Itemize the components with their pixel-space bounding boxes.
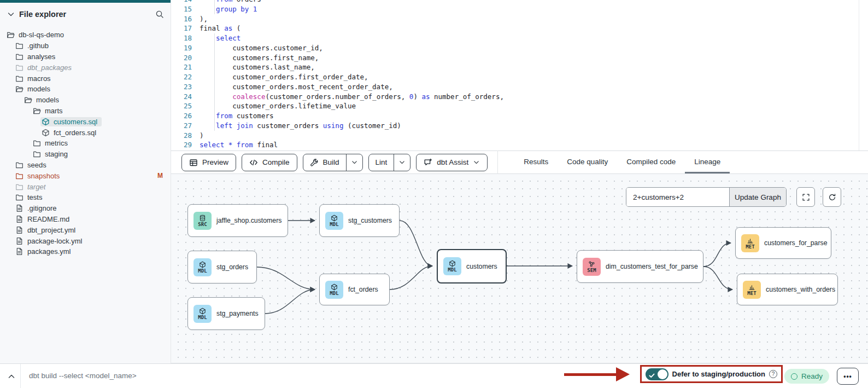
search-icon[interactable] bbox=[155, 10, 164, 19]
tree-item-seeds[interactable]: seeds bbox=[0, 160, 171, 171]
expand-command-bar-button[interactable] bbox=[5, 370, 17, 383]
tree-item-label: dbt_project.yml bbox=[27, 226, 75, 234]
fullscreen-button[interactable] bbox=[796, 187, 815, 207]
command-input[interactable]: dbt build --select <model_name> bbox=[29, 372, 137, 380]
chevron-down-icon bbox=[398, 159, 406, 166]
code-token: customer_orders.lifetime_value bbox=[200, 102, 356, 110]
lineage-selector-input[interactable] bbox=[626, 188, 729, 206]
code-line[interactable]: 20 customers.first_name, bbox=[171, 53, 868, 63]
more-options-button[interactable]: ••• bbox=[837, 368, 859, 385]
tree-item-package-lock-yml[interactable]: package-lock.yml bbox=[0, 235, 171, 246]
model-icon bbox=[42, 118, 50, 126]
tree-item-readme-md[interactable]: README.md bbox=[0, 214, 171, 225]
tree-item-content: README.md bbox=[14, 215, 74, 224]
editor-scrollbar[interactable] bbox=[859, 0, 859, 150]
tree-item-content: models bbox=[14, 84, 55, 94]
line-number: 21 bbox=[171, 62, 192, 72]
code-line[interactable]: 15 group by 1 bbox=[171, 4, 868, 14]
lineage-node-stg_payments[interactable]: MDLstg_payments bbox=[187, 297, 265, 330]
tree-item-dbt-packages[interactable]: dbt_packages bbox=[0, 62, 171, 73]
code-line[interactable]: 21 customers.last_name, bbox=[171, 62, 868, 72]
code-line[interactable]: 26 from customers bbox=[171, 111, 868, 121]
tree-item-label: package-lock.yml bbox=[27, 237, 82, 245]
code-line[interactable]: 14 from orders bbox=[171, 0, 868, 4]
code-token: customers bbox=[232, 112, 273, 120]
file-icon bbox=[15, 215, 24, 223]
tree-item-target[interactable]: target bbox=[0, 181, 171, 192]
lineage-node-customers_for_parse[interactable]: METcustomers_for_parse bbox=[735, 227, 831, 259]
code-line[interactable]: 23 customer_orders.most_recent_order_dat… bbox=[171, 82, 868, 92]
chevron-down-icon[interactable] bbox=[7, 10, 15, 19]
lineage-node-customers_with_orders[interactable]: METcustomers_with_orders bbox=[737, 274, 838, 305]
tree-item-content: fct_orders.sql bbox=[40, 128, 101, 137]
defer-toggle[interactable] bbox=[646, 368, 668, 380]
tree-item-macros[interactable]: macros bbox=[0, 73, 171, 84]
build-dropdown-button[interactable] bbox=[346, 154, 362, 171]
lineage-node-jaffle_shop_customers[interactable]: SRCjaffle_shop.customers bbox=[187, 204, 288, 237]
code-token: customer_orders.first_order_date, bbox=[200, 73, 368, 81]
code-editor[interactable]: 14 from orders15 group by 116),17final a… bbox=[171, 0, 868, 150]
tree-item-github[interactable]: .github bbox=[0, 40, 171, 51]
code-line[interactable]: 29select * from final bbox=[171, 140, 868, 150]
code-line[interactable]: 27 left join customer_orders using (cust… bbox=[171, 121, 868, 131]
tree-item-label: dbt_packages bbox=[27, 63, 72, 72]
tab-code-quality[interactable]: Code quality bbox=[558, 151, 617, 173]
git-modified-badge: M bbox=[157, 172, 163, 179]
preview-button[interactable]: Preview bbox=[181, 154, 236, 171]
tree-item-analyses[interactable]: analyses bbox=[0, 51, 171, 62]
tree-item-customers-sql[interactable]: customers.sql bbox=[0, 116, 171, 127]
code-line[interactable]: 22 customer_orders.first_order_date, bbox=[171, 72, 868, 82]
update-graph-button[interactable]: Update Graph bbox=[729, 188, 786, 206]
cube-icon bbox=[331, 283, 338, 291]
tree-item-content: metrics bbox=[32, 138, 72, 148]
refresh-button[interactable] bbox=[823, 187, 841, 207]
lineage-node-fct_orders[interactable]: MDLfct_orders bbox=[319, 274, 390, 305]
lineage-node-customers[interactable]: MDLcustomers bbox=[437, 249, 507, 283]
build-button-group: Build bbox=[303, 154, 363, 171]
build-button[interactable]: Build bbox=[303, 154, 346, 171]
tree-item-gitignore[interactable]: .gitignore bbox=[0, 203, 171, 214]
tree-item-staging[interactable]: staging bbox=[0, 149, 171, 160]
code-line[interactable]: 18 select bbox=[171, 33, 868, 43]
refresh-icon bbox=[828, 193, 836, 201]
compile-button[interactable]: Compile bbox=[242, 154, 297, 171]
lint-dropdown-button[interactable] bbox=[394, 154, 410, 171]
editor-toolbar: Preview Compile Build Lint dbt Assi bbox=[171, 150, 868, 174]
code-line[interactable]: 19 customers.customer_id, bbox=[171, 43, 868, 53]
code-line[interactable]: 24 coalesce(customer_orders.number_of_or… bbox=[171, 92, 868, 102]
folder-icon bbox=[15, 172, 24, 180]
node-label: dim_customers_test_for_parse bbox=[606, 263, 698, 270]
assist-icon bbox=[424, 158, 432, 167]
tree-item-db-sl-qs-demo[interactable]: db-sl-qs-demo bbox=[0, 30, 171, 40]
tree-item-marts[interactable]: marts bbox=[0, 106, 171, 117]
node-type-badge: SEM bbox=[583, 258, 601, 276]
tab-results[interactable]: Results bbox=[514, 151, 558, 173]
code-line[interactable]: 25 customer_orders.lifetime_value bbox=[171, 101, 868, 111]
tab-lineage[interactable]: Lineage bbox=[685, 151, 730, 173]
tree-item-snapshots[interactable]: snapshotsM bbox=[0, 170, 171, 181]
tree-item-content: marts bbox=[32, 106, 67, 115]
tree-item-content: tests bbox=[14, 193, 46, 202]
tree-item-metrics[interactable]: metrics bbox=[0, 138, 171, 149]
lineage-node-stg_orders[interactable]: MDLstg_orders bbox=[187, 251, 257, 283]
tree-item-models[interactable]: models bbox=[0, 95, 171, 106]
code-line[interactable]: 16), bbox=[171, 14, 868, 24]
tab-compiled-code[interactable]: Compiled code bbox=[617, 151, 685, 173]
tree-item-tests[interactable]: tests bbox=[0, 192, 171, 203]
lineage-node-stg_customers[interactable]: MDLstg_customers bbox=[319, 204, 400, 237]
tree-item-fct-orders-sql[interactable]: fct_orders.sql bbox=[0, 127, 171, 138]
tree-item-packages-yml[interactable]: packages.yml bbox=[0, 246, 171, 257]
help-icon[interactable]: ? bbox=[769, 370, 777, 378]
code-line[interactable]: 17final as ( bbox=[171, 24, 868, 33]
tree-item-dbt-project-yml[interactable]: dbt_project.yml bbox=[0, 224, 171, 235]
code-text: left join customer_orders using (custome… bbox=[200, 121, 401, 131]
code-line[interactable]: 28) bbox=[171, 131, 868, 141]
code-token: customers.customer_id, bbox=[200, 44, 323, 52]
dbt-assist-button[interactable]: dbt Assist bbox=[416, 154, 488, 171]
tree-item-label: analyses bbox=[27, 53, 55, 61]
ready-label: Ready bbox=[801, 372, 823, 380]
lint-button[interactable]: Lint bbox=[369, 154, 394, 171]
tree-item-models[interactable]: models bbox=[0, 84, 171, 95]
wrench-icon bbox=[310, 158, 319, 167]
lineage-node-dim_customers_test_for_parse[interactable]: SEMdim_customers_test_for_parse bbox=[577, 250, 703, 283]
